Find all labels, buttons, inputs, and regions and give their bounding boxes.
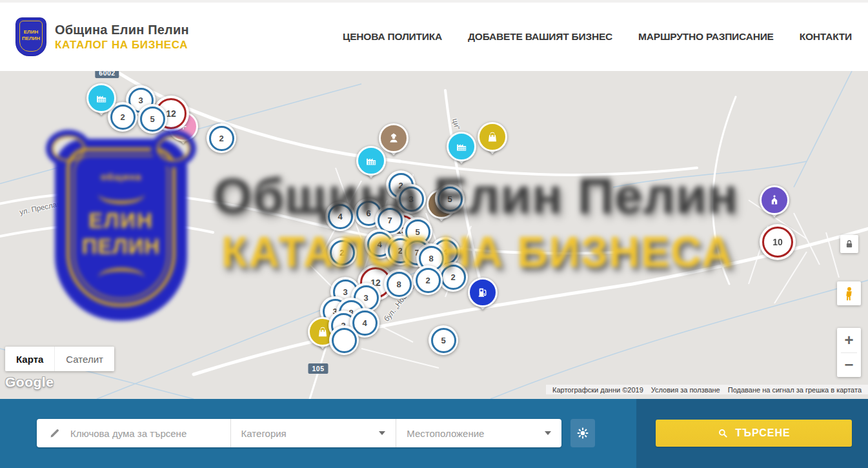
map-cluster-marker[interactable]: 5 bbox=[137, 104, 167, 134]
search-icon bbox=[717, 427, 729, 439]
map-type-satellite-button[interactable]: Сателит bbox=[54, 347, 114, 371]
map-cluster-marker[interactable]: 2 bbox=[327, 238, 357, 267]
map-attribution: Картографски данни ©2019 Условия за полз… bbox=[546, 385, 868, 394]
search-bar: Категория Местоположение ТЪРСЕНЕ bbox=[0, 399, 868, 468]
map-cluster-marker[interactable]: 5 bbox=[429, 325, 458, 355]
site-logo[interactable]: ЕЛИН ПЕЛИН Община Елин Пелин КАТАЛОГ НА … bbox=[16, 18, 189, 56]
search-fields: Категория Местоположение bbox=[37, 419, 561, 447]
main-nav: ЦЕНОВА ПОЛИТИКА ДОБАВЕТЕ ВАШИЯТ БИЗНЕС М… bbox=[343, 31, 852, 43]
map-cluster-marker[interactable]: 2 bbox=[207, 123, 236, 153]
road-shield-label: 105 bbox=[308, 363, 328, 374]
street-view-pegman-button[interactable] bbox=[837, 281, 861, 305]
zoom-out-button[interactable]: − bbox=[837, 352, 861, 377]
map-cluster-marker[interactable]: 2 bbox=[413, 265, 443, 295]
map-pin-fuel-marker[interactable] bbox=[468, 278, 498, 307]
map-lock-button[interactable] bbox=[840, 235, 858, 253]
map-cluster-marker[interactable] bbox=[329, 325, 359, 355]
chevron-down-icon bbox=[545, 431, 551, 435]
chevron-down-icon bbox=[379, 431, 385, 435]
nav-add-your-business[interactable]: ДОБАВЕТЕ ВАШИЯТ БИЗНЕС bbox=[468, 31, 612, 43]
map-pin-factory-marker[interactable] bbox=[356, 146, 386, 176]
map-cluster-marker[interactable]: 10 bbox=[760, 224, 796, 260]
attribution-data: Картографски данни ©2019 bbox=[549, 386, 647, 394]
location-select[interactable]: Местоположение bbox=[396, 419, 561, 447]
nav-route-schedule[interactable]: МАРШРУТНО РАЗПИСАНИЕ bbox=[638, 31, 774, 43]
category-select[interactable]: Категория bbox=[230, 419, 396, 447]
attribution-report-link[interactable]: Подаване на сигнал за грешка в картата bbox=[724, 386, 865, 394]
zoom-in-button[interactable]: + bbox=[837, 328, 861, 352]
pencil-icon bbox=[48, 427, 61, 440]
google-logo[interactable]: Google bbox=[5, 374, 54, 390]
map-type-map-button[interactable]: Карта bbox=[5, 347, 54, 371]
map-pin-bag-marker[interactable] bbox=[478, 122, 507, 152]
advanced-settings-button[interactable] bbox=[570, 419, 595, 447]
zoom-control: + − bbox=[837, 328, 861, 377]
map-pin-church-marker[interactable] bbox=[760, 185, 789, 215]
site-title: Община Елин Пелин bbox=[55, 23, 189, 37]
pegman-icon bbox=[841, 285, 858, 302]
map-cluster-marker[interactable]: 8 bbox=[384, 269, 414, 299]
lock-icon bbox=[843, 238, 855, 250]
attribution-terms-link[interactable]: Условия за ползване bbox=[647, 386, 724, 394]
header: ЕЛИН ПЕЛИН Община Елин Пелин КАТАЛОГ НА … bbox=[0, 0, 868, 71]
road-shield-label: 6002 bbox=[95, 71, 119, 78]
site-subtitle: КАТАЛОГ НА БИЗНЕСА bbox=[55, 39, 189, 52]
map-type-control: Карта Сателит bbox=[5, 347, 114, 371]
keyword-search-input[interactable] bbox=[69, 427, 220, 440]
map-cluster-marker[interactable]: 5 bbox=[435, 184, 465, 214]
map-pin-factory-marker[interactable] bbox=[447, 132, 476, 161]
municipality-crest-icon: ЕЛИН ПЕЛИН bbox=[16, 18, 46, 56]
map-canvas[interactable]: 6002105ул. Преславбул. „Новоселци" 12352… bbox=[0, 71, 868, 399]
gear-icon bbox=[576, 426, 590, 440]
map-cluster-marker[interactable]: 4 bbox=[325, 201, 355, 231]
nav-contacts[interactable]: КОНТАКТИ bbox=[800, 31, 852, 43]
search-button[interactable]: ТЪРСЕНЕ bbox=[656, 420, 852, 447]
map-pin-factory-marker[interactable] bbox=[86, 83, 116, 113]
nav-pricing-policy[interactable]: ЦЕНОВА ПОЛИТИКА bbox=[343, 31, 442, 43]
